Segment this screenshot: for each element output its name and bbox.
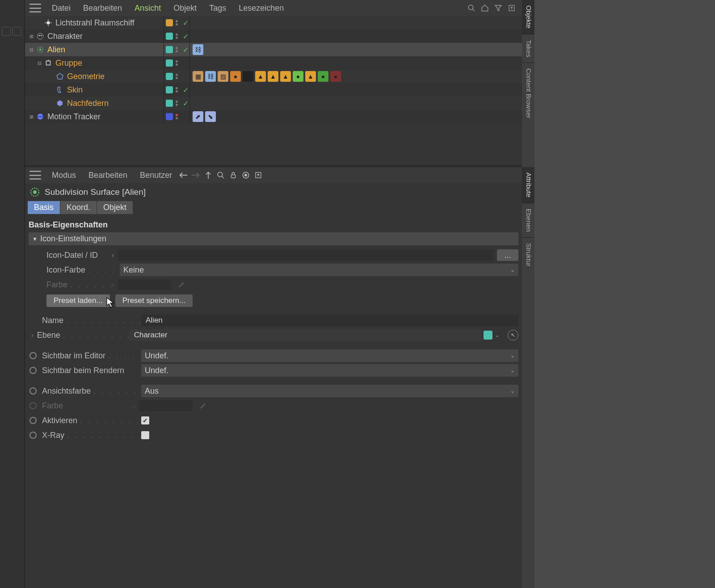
preset-save-button[interactable]: Preset speichern... [115,294,193,307]
layer-chevron-down-icon[interactable]: ⌄ [495,332,503,338]
record-icon[interactable] [241,170,251,180]
hamburger-icon[interactable] [29,171,41,180]
layer-color-icon[interactable] [166,86,173,93]
layer-color-icon[interactable] [166,73,173,80]
visible-editor-dropdown[interactable]: Undef. ⌄ [141,349,518,362]
tag-mat-green-icon[interactable]: ● [293,71,303,82]
icon-color-dropdown[interactable]: Keine ⌄ [120,264,518,276]
search-icon[interactable] [216,170,226,180]
object-row-lichtstrahl-raumschiff[interactable]: Lichtstrahl Raumschiff✓ [25,16,522,29]
anim-keyframe-toggle[interactable] [29,352,37,359]
tab-koord[interactable]: Koord. [60,201,97,214]
tag-pt-icon[interactable]: ● [230,71,241,82]
layer-color-icon[interactable] [166,59,173,67]
object-row-alien[interactable]: ⊟Alien✓⛓ [25,43,522,56]
expand-toggle-icon[interactable]: ⊞ [29,34,34,39]
visibility-dots-icon[interactable] [176,74,180,79]
viewport-tool-a[interactable] [2,27,11,36]
layer-color-icon[interactable] [166,113,173,120]
tag-uvw2-icon[interactable]: ▨ [218,71,228,82]
object-name-input[interactable] [141,315,518,326]
render-enabled-icon[interactable]: ✓ [183,19,189,27]
search-icon[interactable] [467,3,476,13]
menu-ansicht[interactable]: Ansicht [128,4,167,13]
tag-tri-icon[interactable]: ▲ [255,71,266,82]
icon-file-input[interactable] [118,249,493,261]
visible-render-dropdown[interactable]: Undef. ⌄ [141,364,518,377]
tag-mat-red-icon[interactable]: ● [330,71,341,82]
tag-weight-icon[interactable]: ⛓ [205,71,216,82]
layer-color-icon[interactable] [166,33,173,40]
visibility-dots-icon[interactable] [176,34,180,39]
menu-benutzer[interactable]: Benutzer [134,171,178,180]
object-name-label[interactable]: Lichtstrahl Raumschiff [55,18,135,28]
layer-color-icon[interactable] [166,46,173,53]
render-enabled-icon[interactable]: ✓ [183,99,189,108]
visibility-dots-icon[interactable] [176,20,180,25]
tab-basis[interactable]: Basis [28,201,60,214]
object-name-label[interactable]: Charakter [47,32,83,41]
object-row-gruppe[interactable]: ⊟Gruppe [25,56,522,70]
menu-bearbeiten[interactable]: Bearbeiten [77,4,128,13]
visibility-dots-icon[interactable] [176,114,180,119]
object-name-label[interactable]: Motion Tracker [47,112,101,122]
anim-keyframe-toggle[interactable] [29,367,37,374]
menu-datei[interactable]: Datei [46,4,77,13]
anim-keyframe-toggle[interactable] [29,432,37,439]
object-row-charakter[interactable]: ⊞Charakter✓ [25,29,522,43]
side-tab-takes[interactable]: Takes [522,34,534,63]
visibility-dots-icon[interactable] [176,101,180,106]
expand-toggle-icon[interactable]: ⊟ [29,47,34,52]
menu-bearbeiten[interactable]: Bearbeiten [82,171,134,180]
home-icon[interactable] [480,3,490,13]
side-tab-objekte[interactable]: Objekte [522,0,534,34]
lock-icon[interactable] [228,170,238,180]
object-name-label[interactable]: Skin [67,85,83,95]
render-enabled-icon[interactable]: ✓ [183,86,189,94]
layer-input[interactable] [130,329,483,341]
object-name-label[interactable]: Alien [47,45,65,55]
side-tab-content-browser[interactable]: Content Browser [522,63,534,124]
object-row-geometrie[interactable]: Geometrie▦⛓▨●▣▲▲▲●▲●● [25,70,522,83]
object-row-nachfedern[interactable]: Nachfedern✓ [25,97,522,110]
side-tab-attribute[interactable]: Attribute [522,167,534,203]
visibility-dots-icon[interactable] [176,60,180,66]
filter-icon[interactable] [493,3,503,13]
tag-trk1-icon[interactable]: ⬈ [193,111,203,122]
menu-modus[interactable]: Modus [46,171,82,180]
enable-checkbox[interactable] [141,416,149,424]
viewport-tool-b[interactable] [13,27,21,36]
object-name-label[interactable]: Nachfedern [67,99,109,108]
tag-tri-icon[interactable]: ▲ [268,71,278,82]
anim-keyframe-toggle[interactable] [29,417,37,424]
tag-tri-icon[interactable]: ▲ [305,71,316,82]
nav-back-icon[interactable] [178,170,188,180]
hamburger-icon[interactable] [29,4,41,13]
dock-icon[interactable] [507,3,517,13]
menu-tags[interactable]: Tags [203,4,232,13]
render-enabled-icon[interactable]: ✓ [183,46,189,54]
object-name-label[interactable]: Geometrie [67,72,105,81]
tag-tri-icon[interactable]: ▲ [280,71,291,82]
side-tab-ebenen[interactable]: Ebenen [522,203,534,237]
disclosure-triangle-icon[interactable]: ▼ [32,236,38,242]
render-enabled-icon[interactable]: ✓ [183,32,189,41]
icon-settings-subsection[interactable]: ▼ Icon-Einstellungen [29,232,518,245]
side-tab-struktur[interactable]: Struktur [522,238,534,272]
display-color-dropdown[interactable]: Aus ⌄ [141,385,518,397]
object-row-skin[interactable]: Skin✓ [25,83,522,97]
nav-up-icon[interactable] [203,170,213,180]
dock-icon[interactable] [253,170,263,180]
visibility-dots-icon[interactable] [176,47,180,52]
tag-trk2-icon[interactable]: ⬊ [205,111,216,122]
expand-toggle-icon[interactable]: ⊞ [29,114,34,119]
visibility-dots-icon[interactable] [176,87,180,92]
menu-objekt[interactable]: Objekt [167,4,203,13]
anim-keyframe-toggle[interactable] [29,387,37,395]
tag-sel-icon[interactable]: ▣ [243,71,253,82]
tag-weight-icon[interactable]: ⛓ [193,44,203,55]
expand-toggle-icon[interactable]: ⊟ [37,60,42,66]
menu-lesezeichen[interactable]: Lesezeichen [232,4,290,13]
layer-picker-icon[interactable]: ↖ [508,330,518,340]
object-row-motion-tracker[interactable]: ⊞Motion Tracker⬈⬊ [25,110,522,123]
